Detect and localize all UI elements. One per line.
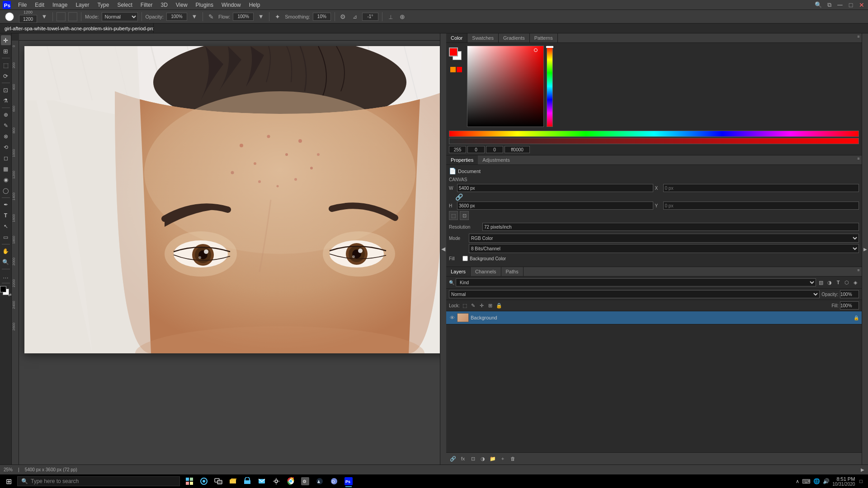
system-clock[interactable]: 8:51 PM 10/31/2020 — [832, 476, 855, 487]
hand-tool[interactable]: ✋ — [1, 246, 11, 256]
color-gradient-picker[interactable] — [467, 46, 544, 127]
healing-tool[interactable]: ⊕ — [1, 110, 11, 120]
pen-tool[interactable]: ✒ — [1, 200, 11, 210]
taskbar-discord-icon[interactable]: D — [327, 474, 341, 488]
new-group-btn[interactable]: 📁 — [489, 455, 497, 463]
height-input[interactable] — [457, 202, 653, 210]
fg-color-swatch[interactable] — [449, 47, 458, 56]
smoothing-settings-icon[interactable]: ⚙ — [339, 12, 348, 21]
color-panel-menu[interactable]: ≡ — [855, 33, 862, 40]
opacity-dropdown-icon[interactable]: ▼ — [190, 12, 199, 21]
symmetry-icon[interactable]: ⟂ — [386, 12, 395, 21]
taskbar-ps-icon[interactable]: Ps — [342, 474, 355, 488]
notification-icon[interactable]: □ — [859, 479, 863, 484]
lasso-tool[interactable]: ⟳ — [1, 71, 11, 81]
paths-tab[interactable]: Paths — [501, 267, 524, 276]
bit-depth-select[interactable]: 8 Bits/Channel 16 Bits/Channel 32 Bits/C… — [469, 244, 859, 253]
marquee-tool[interactable]: ⬚ — [1, 60, 11, 70]
filter-type-icon[interactable]: T — [835, 279, 842, 286]
adjustments-tab[interactable]: Adjustments — [478, 155, 514, 164]
eyedropper-tool[interactable]: ⚗ — [1, 96, 11, 106]
web-safe-warning[interactable] — [457, 67, 462, 72]
lock-artboard-btn[interactable]: ⊞ — [487, 302, 494, 309]
taskbar-explorer-icon[interactable] — [226, 474, 240, 488]
menu-file[interactable]: File — [14, 1, 30, 9]
filter-pixel-icon[interactable]: ▧ — [817, 279, 825, 286]
far-right-collapse[interactable]: ▶ — [862, 33, 868, 465]
link-layers-btn[interactable]: 🔗 — [449, 455, 457, 463]
width-input[interactable] — [457, 184, 653, 192]
maximize-icon[interactable]: □ — [846, 0, 855, 9]
tool-preset-picker[interactable] — [3, 11, 16, 23]
minimize-icon[interactable]: ─ — [835, 0, 844, 9]
network-icon[interactable]: 🌐 — [813, 478, 820, 484]
layers-tab[interactable]: Layers — [446, 267, 471, 276]
menu-filter[interactable]: Filter — [137, 1, 156, 9]
opacity-input[interactable] — [166, 13, 187, 21]
brush-toggle-btn[interactable] — [68, 12, 77, 21]
menu-plugins[interactable]: Plugins — [192, 1, 217, 9]
hue-spectrum-bar[interactable] — [449, 131, 859, 137]
menu-edit[interactable]: Edit — [31, 1, 48, 9]
flow-input[interactable] — [233, 13, 254, 21]
taskbar-mail-icon[interactable] — [255, 474, 269, 488]
lock-transparent-btn[interactable]: ⬚ — [461, 302, 468, 309]
lock-position-btn[interactable]: ✛ — [478, 302, 486, 309]
filter-smart-icon[interactable]: ◈ — [852, 279, 859, 286]
arrange-windows-icon[interactable]: ⧉ — [825, 0, 834, 9]
new-layer-btn[interactable]: + — [499, 455, 507, 463]
taskbar-search-box[interactable]: 🔍 Type here to search — [17, 476, 180, 486]
toggle-brush-panel-icon[interactable]: ▼ — [40, 12, 49, 21]
y-input[interactable] — [663, 202, 859, 210]
props-panel-menu[interactable]: ≡ — [855, 155, 862, 162]
add-mask-btn[interactable]: ⊡ — [469, 455, 477, 463]
blue-input[interactable] — [486, 146, 503, 153]
clone-stamp-tool[interactable]: ⊗ — [1, 131, 11, 141]
search-icon[interactable]: 🔍 — [814, 0, 823, 9]
layer-background[interactable]: 👁 Background 🔒 — [446, 311, 862, 324]
dodge-tool[interactable]: ◯ — [1, 186, 11, 196]
image-size-btn[interactable]: ⊡ — [460, 211, 469, 220]
layer-opacity-input[interactable] — [840, 290, 859, 298]
path-selection-tool[interactable]: ↖ — [1, 221, 11, 231]
pressure-size-icon[interactable]: ⊕ — [398, 12, 407, 21]
keyboard-icon[interactable]: ⌨ — [802, 478, 811, 485]
resolution-input[interactable] — [482, 223, 859, 231]
panel-collapse-arrow[interactable]: ◀ — [440, 33, 446, 465]
shape-tool[interactable]: ▭ — [1, 232, 11, 242]
menu-type[interactable]: Type — [94, 1, 113, 9]
layer-kind-filter[interactable]: Kind Name Effect — [456, 278, 816, 286]
channels-tab[interactable]: Channels — [471, 267, 501, 276]
pressure-opacity-icon[interactable]: ✎ — [207, 12, 216, 21]
lock-pixels-btn[interactable]: ✎ — [470, 302, 477, 309]
menu-view[interactable]: View — [172, 1, 191, 9]
flow-dropdown-icon[interactable]: ▼ — [256, 12, 265, 21]
link-proportions-icon[interactable]: 🔗 — [455, 193, 463, 201]
layer-blend-mode-select[interactable]: Normal Multiply Screen Overlay — [449, 290, 820, 298]
foreground-color-swatch[interactable] — [0, 286, 6, 292]
menu-image[interactable]: Image — [49, 1, 71, 9]
menu-window[interactable]: Window — [218, 1, 245, 9]
menu-3d[interactable]: 3D — [157, 1, 171, 9]
new-adjustment-btn[interactable]: ◑ — [479, 455, 487, 463]
filter-shape-icon[interactable]: ⬡ — [843, 279, 850, 286]
blur-tool[interactable]: ◉ — [1, 175, 11, 185]
swatches-tab[interactable]: Swatches — [467, 33, 499, 42]
taskbar-taskview-icon[interactable] — [212, 474, 225, 488]
start-button[interactable]: ⊞ — [2, 474, 15, 488]
blend-mode-select[interactable]: Normal Dissolve Multiply Screen — [102, 12, 138, 21]
brush-mode-normal-btn[interactable] — [57, 12, 66, 21]
x-input[interactable] — [663, 184, 859, 192]
extra-tools-icon[interactable]: … — [1, 271, 11, 281]
color-gradient-area[interactable] — [467, 46, 544, 127]
filter-adjust-icon[interactable]: ◑ — [826, 279, 833, 286]
crop-tool[interactable]: ⊡ — [1, 85, 11, 95]
document-tab[interactable]: girl-after-spa-white-towel-with-acne-pro… — [0, 23, 154, 33]
out-of-gamut-warning[interactable] — [450, 67, 456, 72]
lock-all-btn[interactable]: 🔒 — [495, 302, 503, 309]
brush-size-input[interactable] — [19, 15, 37, 23]
brush-tool[interactable]: ✎ — [1, 121, 11, 131]
layer-fill-input[interactable] — [840, 301, 859, 310]
gradients-tab[interactable]: Gradients — [499, 33, 530, 42]
taskbar-chrome-icon[interactable] — [284, 474, 297, 488]
